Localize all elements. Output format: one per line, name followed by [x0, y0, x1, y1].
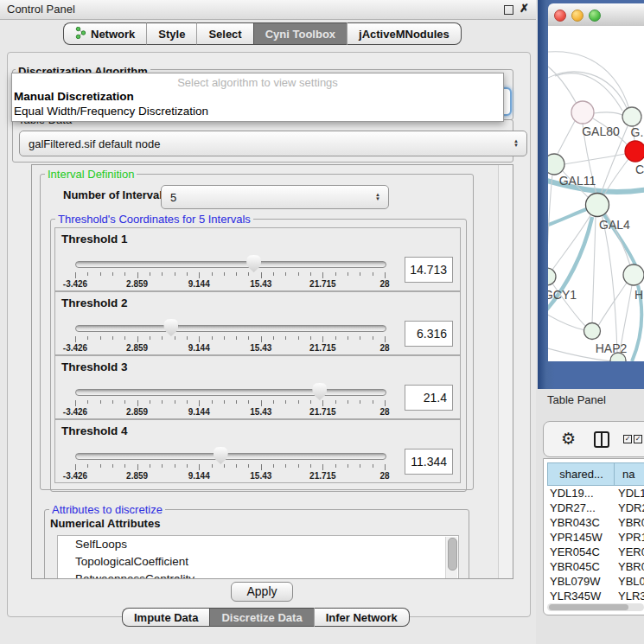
network-canvas[interactable]: GAL80G.CGAL11GAL4GCY1HHAP2 — [548, 26, 644, 361]
checkbox-icon[interactable]: ✓ — [634, 435, 642, 443]
columns-icon[interactable] — [594, 431, 609, 448]
attribute-list-item[interactable]: TopologicalCoefficient — [58, 553, 458, 571]
cell-shared-name[interactable]: YER054C — [550, 545, 600, 558]
dropdown-item-manual[interactable]: Manual Discretization — [14, 90, 134, 103]
threshold-value-field[interactable] — [405, 385, 453, 411]
cell-shared-name[interactable]: YPR145W — [550, 531, 603, 544]
list-scrollbar-thumb[interactable] — [448, 538, 457, 571]
cell-shared-name[interactable]: YDL19... — [550, 487, 594, 500]
cell-name[interactable]: YER0 — [618, 545, 644, 558]
tick — [285, 464, 286, 468]
cell-shared-name[interactable]: YDR27... — [550, 501, 596, 514]
tick — [100, 464, 101, 468]
cell-shared-name[interactable]: YBR045C — [550, 560, 600, 573]
number-of-intervals-combobox[interactable]: 5 ▲▼ — [161, 185, 389, 209]
slider-thumb[interactable] — [312, 383, 327, 400]
close-traffic-light[interactable] — [554, 10, 566, 22]
cell-name[interactable]: YBL0 — [618, 575, 644, 588]
attribute-list-item[interactable]: SelfLoops — [58, 536, 458, 553]
slider-track[interactable] — [75, 453, 386, 460]
table-row[interactable]: YER054CYER0 — [544, 545, 644, 560]
slider-track[interactable] — [75, 325, 386, 332]
threshold-value-field[interactable] — [405, 321, 453, 347]
settings-scrollbar[interactable] — [498, 165, 513, 578]
network-node[interactable] — [548, 268, 556, 285]
tick — [310, 400, 311, 404]
slider-thumb[interactable] — [163, 319, 178, 336]
tick — [187, 464, 188, 468]
slider-track[interactable] — [75, 389, 386, 396]
tick — [199, 272, 200, 278]
tick — [175, 464, 175, 468]
table-hscrollbar[interactable] — [547, 603, 644, 611]
table-row[interactable]: YLR345WYLR3 — [544, 590, 644, 602]
cell-name[interactable]: YPR1 — [618, 531, 644, 544]
top-tab-bar: NetworkStyleSelectCyni ToolboxjActiveMNo… — [63, 22, 462, 45]
cell-name[interactable]: YDR2 — [618, 501, 644, 514]
slider-thumb[interactable] — [246, 255, 261, 272]
numerical-attributes-list[interactable]: SelfLoopsTopologicalCoefficientBetweenne… — [57, 535, 459, 579]
tab-style[interactable]: Style — [146, 22, 196, 45]
threshold-slider[interactable]: -3.4262.8599.14415.4321.71528 — [75, 356, 385, 418]
threshold-slider[interactable]: -3.4262.8599.14415.4321.71528 — [75, 292, 385, 354]
network-node[interactable] — [571, 101, 594, 124]
attribute-list-item[interactable]: BetweennessCentrality — [58, 571, 458, 579]
column-header-shared-name[interactable]: shared... — [547, 462, 615, 486]
apply-button[interactable]: Apply — [231, 582, 293, 602]
gear-icon[interactable]: ⚙ — [561, 429, 576, 449]
table-data-combobox[interactable]: galFiltered.sif default node ▲▼ — [19, 131, 527, 156]
tick — [236, 336, 237, 340]
tab-jactivemnodules[interactable]: jActiveMNodules — [347, 22, 462, 45]
cell-name[interactable]: YLR3 — [618, 590, 644, 602]
table-row[interactable]: YBR045CYBR0 — [544, 560, 644, 575]
table-row[interactable]: YBL079WYBL0 — [544, 575, 644, 590]
threshold-value-field[interactable] — [405, 257, 453, 283]
tab-cyni-toolbox[interactable]: Cyni Toolbox — [253, 22, 347, 45]
tab-discretize-data[interactable]: Discretize Data — [209, 608, 313, 627]
slider-track[interactable] — [75, 261, 386, 268]
table-row[interactable]: YBR043CYBR0 — [544, 516, 644, 531]
threshold-slider[interactable]: -3.4262.8599.14415.4321.71528 — [75, 420, 385, 482]
slider-thumb[interactable] — [214, 447, 228, 464]
tick — [335, 400, 336, 404]
tab-impute-data[interactable]: Impute Data — [122, 608, 209, 627]
dropdown-item-equal-width[interactable]: Equal Width/Frequency Discretization — [14, 105, 208, 118]
table-panel-title: Table Panel — [547, 393, 606, 406]
network-node[interactable] — [623, 265, 644, 285]
cell-shared-name[interactable]: YBL079W — [550, 575, 601, 588]
list-scrollbar[interactable] — [445, 537, 457, 579]
cell-shared-name[interactable]: YLR345W — [550, 590, 601, 602]
zoom-traffic-light[interactable] — [589, 10, 601, 22]
tick — [137, 336, 138, 342]
cell-name[interactable]: YBR0 — [618, 560, 644, 573]
tick — [124, 464, 125, 468]
checkbox-icon[interactable]: ✓ — [623, 435, 632, 443]
column-header-name[interactable]: na — [614, 462, 644, 486]
tick — [261, 400, 262, 406]
minimize-traffic-light[interactable] — [571, 10, 583, 22]
network-node[interactable] — [586, 194, 609, 217]
table-hscrollbar-thumb[interactable] — [549, 604, 628, 610]
network-node[interactable] — [584, 323, 601, 340]
threshold-value-field[interactable] — [405, 449, 453, 475]
cell-name[interactable]: YDL1 — [618, 487, 644, 500]
tab-infer-network[interactable]: Infer Network — [314, 608, 410, 627]
table-row[interactable]: YPR145WYPR1 — [544, 531, 644, 545]
threshold-slider[interactable]: -3.4262.8599.14415.4321.71528 — [75, 228, 385, 290]
table-row[interactable]: YDL19...YDL1 — [544, 487, 644, 501]
table-row[interactable]: YDR27...YDR2 — [544, 501, 644, 516]
tab-select[interactable]: Select — [196, 22, 252, 45]
tab-network[interactable]: Network — [63, 22, 146, 45]
float-window-icon[interactable] — [504, 5, 513, 15]
dropdown-prompt-item: Select algorithm to view settings — [12, 76, 503, 89]
tick — [373, 272, 373, 276]
network-window-titlebar[interactable] — [548, 3, 644, 27]
cell-name[interactable]: YBR0 — [618, 516, 644, 529]
tick-label: 9.144 — [188, 343, 210, 353]
tick-label: 2.859 — [126, 343, 148, 353]
network-node[interactable] — [622, 107, 641, 126]
cell-shared-name[interactable]: YBR043C — [550, 516, 600, 529]
network-node[interactable] — [625, 141, 644, 162]
network-node[interactable] — [548, 154, 564, 175]
close-icon[interactable]: ✗ — [520, 2, 529, 15]
